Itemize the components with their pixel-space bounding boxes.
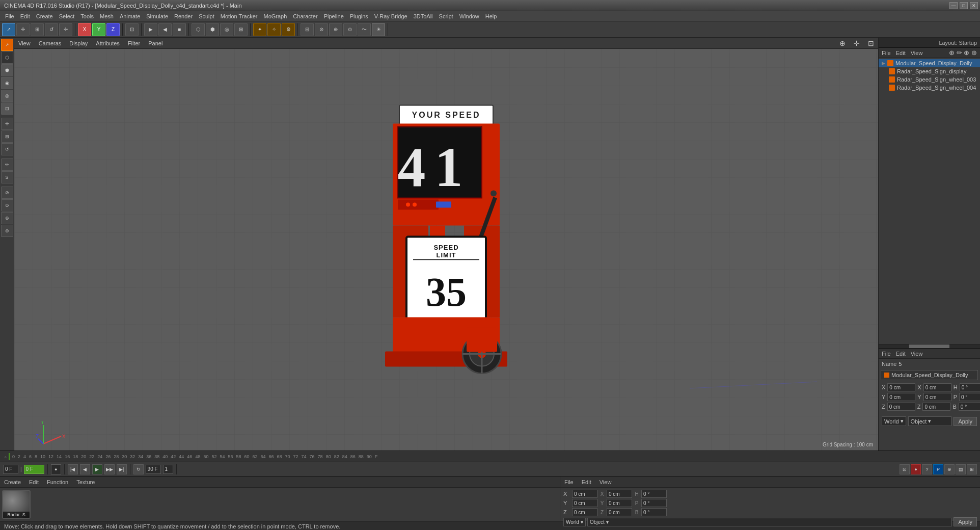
pen-tool-button[interactable]: ✏ bbox=[1, 158, 13, 171]
coord-z2-input[interactable] bbox=[607, 508, 632, 516]
menu-item-file[interactable]: File bbox=[2, 13, 17, 19]
select-rect-button[interactable]: ⊞ bbox=[234, 23, 248, 36]
edge-button[interactable]: ◎ bbox=[220, 23, 233, 36]
filter-menu[interactable]: Filter bbox=[128, 40, 140, 46]
display-menu[interactable]: Display bbox=[69, 40, 88, 46]
scene-item-3[interactable]: Radar_Speed_Sign_wheel_004 bbox=[879, 84, 980, 92]
menu-item-character[interactable]: Character bbox=[290, 13, 320, 19]
render-button[interactable]: ✦ bbox=[253, 23, 266, 36]
world-dropdown[interactable]: World ▾ bbox=[882, 416, 906, 426]
y-rotation-input[interactable] bbox=[923, 393, 951, 401]
close-button[interactable]: ✕ bbox=[970, 2, 978, 9]
x-position-input[interactable] bbox=[887, 383, 915, 391]
coord-view-menu[interactable]: View bbox=[600, 479, 612, 485]
apply-button[interactable]: Apply bbox=[954, 417, 977, 426]
scene-view-menu[interactable]: View bbox=[911, 50, 923, 56]
viewport-canvas[interactable]: YOUR SPEED 4 1 bbox=[14, 49, 878, 450]
motion-record-button[interactable]: ? bbox=[922, 464, 932, 474]
attributes-menu[interactable]: Attributes bbox=[96, 40, 119, 46]
cube-button[interactable]: ⊟ bbox=[301, 23, 314, 36]
frame-rate-input[interactable] bbox=[163, 465, 173, 474]
b-rotation-input[interactable] bbox=[959, 403, 980, 411]
polygon-select-button[interactable]: ⬡ bbox=[1, 51, 13, 64]
coord-h-input[interactable] bbox=[641, 490, 667, 498]
scene-edit-menu[interactable]: Edit bbox=[896, 50, 906, 56]
mat-function-menu[interactable]: Function bbox=[47, 479, 68, 485]
keyframe-record-button[interactable]: ● bbox=[51, 464, 61, 474]
menu-item-plugins[interactable]: Plugins bbox=[347, 13, 371, 19]
coord-edit-menu[interactable]: Edit bbox=[582, 479, 591, 485]
layout-value[interactable]: Startup bbox=[959, 40, 977, 46]
record-button[interactable]: ● bbox=[911, 464, 921, 474]
viewport-icon-1[interactable]: ⊕ bbox=[839, 39, 846, 47]
render-settings-button[interactable]: ⚙ bbox=[282, 23, 295, 36]
ik-button[interactable]: P bbox=[933, 464, 943, 474]
play-back-button[interactable]: ◀ bbox=[158, 23, 172, 36]
polygon-button[interactable]: ⬡ bbox=[192, 23, 205, 36]
render-region-button[interactable]: ✧ bbox=[267, 23, 281, 36]
spline-button[interactable]: S bbox=[1, 171, 13, 183]
menu-item-edit[interactable]: Edit bbox=[17, 13, 33, 19]
snap-button[interactable]: ⊡ bbox=[900, 464, 910, 474]
mat-create-menu[interactable]: Create bbox=[4, 479, 21, 485]
scene-file-menu[interactable]: File bbox=[882, 50, 891, 56]
rotate-button[interactable]: ↺ bbox=[1, 143, 13, 155]
menu-item-script[interactable]: Script bbox=[436, 13, 456, 19]
p-rotation-input[interactable] bbox=[959, 393, 980, 401]
menu-item-create[interactable]: Create bbox=[33, 13, 56, 19]
menu-item-motiontracker[interactable]: Motion Tracker bbox=[217, 13, 261, 19]
dynamics-button[interactable]: ⊕ bbox=[944, 464, 955, 474]
live-select-button[interactable]: ◎ bbox=[1, 90, 13, 102]
menu-item-simulate[interactable]: Simulate bbox=[143, 13, 171, 19]
sweep-button[interactable]: ⊘ bbox=[315, 23, 328, 36]
minimize-button[interactable]: — bbox=[949, 2, 958, 9]
frame-indicator-input[interactable] bbox=[24, 465, 44, 474]
paint-button[interactable]: ⊙ bbox=[1, 199, 13, 211]
menu-item-sculpt[interactable]: Sculpt bbox=[196, 13, 217, 19]
deformer-button[interactable]: 〜 bbox=[358, 23, 371, 36]
scale-tool-button[interactable]: ⊞ bbox=[31, 23, 44, 36]
autokey-button[interactable]: ⊞ bbox=[967, 464, 977, 474]
stop-button[interactable]: ■ bbox=[173, 23, 186, 36]
boole-button[interactable]: ⊕ bbox=[329, 23, 342, 36]
viewport-icon-3[interactable]: ⊡ bbox=[868, 39, 874, 47]
coord-x2-input[interactable] bbox=[607, 490, 632, 498]
coord-x-input[interactable] bbox=[572, 490, 597, 498]
goto-end-button[interactable]: ▶| bbox=[117, 464, 127, 474]
coord-world-dropdown[interactable]: World▾ bbox=[563, 518, 586, 526]
menu-item-3dtoall[interactable]: 3DToAll bbox=[411, 13, 436, 19]
mat-texture-menu[interactable]: Texture bbox=[76, 479, 95, 485]
menu-item-mesh[interactable]: Mesh bbox=[97, 13, 117, 19]
menu-item-pipeline[interactable]: Pipeline bbox=[321, 13, 347, 19]
panel-menu[interactable]: Panel bbox=[148, 40, 162, 46]
menu-item-select[interactable]: Select bbox=[56, 13, 78, 19]
viewport-icon-2[interactable]: ✛ bbox=[854, 39, 860, 47]
mat-edit-menu[interactable]: Edit bbox=[29, 479, 39, 485]
object-mode-button[interactable]: ⊡ bbox=[125, 23, 139, 36]
coord-b-input[interactable] bbox=[641, 508, 667, 516]
pointer-tool-button[interactable]: ↗ bbox=[1, 39, 13, 51]
right-panel-scrollbar[interactable] bbox=[879, 344, 980, 349]
x-axis-button[interactable]: X bbox=[78, 23, 91, 36]
coord-apply-button[interactable]: Apply bbox=[954, 517, 977, 526]
coord-y-input[interactable] bbox=[572, 499, 597, 507]
scene-item-1[interactable]: Radar_Speed_Sign_display bbox=[879, 67, 980, 75]
view-menu[interactable]: View bbox=[18, 40, 31, 46]
menu-item-tools[interactable]: Tools bbox=[77, 13, 97, 19]
rotate-tool-button[interactable]: ↺ bbox=[45, 23, 58, 36]
light-button[interactable]: ☀ bbox=[372, 23, 385, 36]
bend-button[interactable]: ⊛ bbox=[1, 212, 13, 224]
play-button[interactable]: ▶ bbox=[144, 23, 157, 36]
current-frame-input[interactable] bbox=[3, 465, 18, 474]
coord-object-dropdown[interactable]: Object▾ bbox=[587, 518, 952, 526]
rect-select-button[interactable]: ⊡ bbox=[1, 102, 13, 115]
play-forward-button[interactable]: ▶ bbox=[92, 464, 102, 474]
menu-item-render[interactable]: Render bbox=[171, 13, 196, 19]
sculpt-button[interactable]: ⊘ bbox=[1, 187, 13, 199]
coord-p-input[interactable] bbox=[641, 499, 667, 507]
y-position-input[interactable] bbox=[887, 393, 915, 401]
z-rotation-input[interactable] bbox=[922, 403, 950, 411]
viewport[interactable]: View Cameras Display Attributes Filter P… bbox=[14, 38, 878, 450]
object-dropdown[interactable]: Object ▾ bbox=[908, 416, 952, 426]
menu-item-v-raybridge[interactable]: V-Ray Bridge bbox=[371, 13, 411, 19]
